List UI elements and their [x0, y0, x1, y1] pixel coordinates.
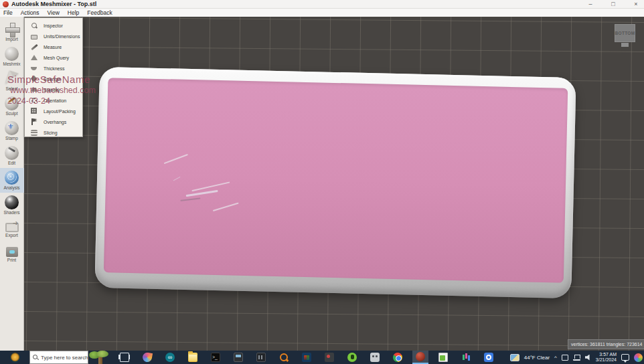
- view-cube-label: BOTTOM: [615, 31, 635, 35]
- taskbar-file-explorer[interactable]: [185, 351, 201, 364]
- surface-defect: [213, 203, 239, 211]
- taskbar-camera-lock[interactable]: [344, 351, 360, 364]
- view-cube[interactable]: BOTTOM: [615, 24, 635, 42]
- tool-label: Stamp: [5, 136, 18, 141]
- viewport-canvas[interactable]: BOTTOM vertices: 361811 triangles: 72361…: [24, 17, 644, 351]
- menu-item-layout-packing[interactable]: Layout/Packing: [25, 106, 82, 116]
- layout-packing-icon: [31, 108, 37, 114]
- tray-window-icon[interactable]: [562, 355, 568, 361]
- tool-analysis[interactable]: Analysis: [0, 168, 24, 193]
- clock[interactable]: 3:57 AM 3/21/2024: [596, 352, 617, 363]
- orientation-icon: [31, 98, 37, 103]
- surface-defect: [173, 177, 181, 181]
- taskbar-audio-app[interactable]: [458, 351, 474, 364]
- surface-defect: [180, 197, 200, 201]
- strength-icon: [31, 76, 37, 82]
- taskbar-notepad[interactable]: [435, 351, 451, 364]
- notifications-icon[interactable]: [621, 354, 629, 361]
- tool-shaders[interactable]: Shaders: [0, 193, 24, 217]
- tool-sculpt[interactable]: Sculpt: [0, 94, 24, 118]
- menu-item-mesh-query[interactable]: Mesh Query: [25, 52, 82, 63]
- menu-item-overhangs[interactable]: Overhangs: [25, 116, 82, 127]
- taskbar-keyboard-app[interactable]: [253, 351, 269, 364]
- taskbar: ∞ >_ 44°F Clear ^ 3:57 AM 3/21/2024: [0, 351, 644, 364]
- taskbar-terminal[interactable]: >_: [208, 351, 224, 364]
- search-input[interactable]: [41, 355, 88, 361]
- menu-feedback[interactable]: Feedback: [87, 9, 112, 16]
- start-button[interactable]: [0, 351, 29, 364]
- weather-text[interactable]: 44°F Clear: [524, 355, 550, 361]
- task-view-icon: [120, 353, 129, 362]
- overhangs-icon: [31, 118, 37, 125]
- console-app-icon: [234, 353, 243, 362]
- menu-item-stability[interactable]: Stability: [25, 84, 82, 95]
- audio-levels-icon: [461, 353, 471, 362]
- menu-item-strength[interactable]: Strength: [25, 74, 82, 84]
- close-button[interactable]: ×: [632, 0, 640, 9]
- camera-lock-icon: [347, 353, 357, 362]
- tool-export[interactable]: Export: [0, 217, 24, 242]
- paint3d-icon: [142, 352, 153, 363]
- minimize-button[interactable]: –: [586, 0, 594, 9]
- taskbar-task-view[interactable]: [116, 351, 133, 364]
- taskbar-gimp[interactable]: [321, 351, 337, 364]
- view-cube-home[interactable]: [621, 43, 629, 47]
- analysis-dropdown: Inspector Units/Dimensions Measure Mesh …: [24, 17, 83, 137]
- menu-help[interactable]: Help: [68, 9, 79, 16]
- tool-print[interactable]: Print: [0, 242, 24, 267]
- taskbar-search[interactable]: [29, 351, 88, 364]
- taskbar-search-app[interactable]: [276, 351, 292, 364]
- notepad-icon: [438, 353, 448, 362]
- file-explorer-icon: [188, 353, 197, 362]
- menu-item-units-dimensions[interactable]: Units/Dimensions: [25, 31, 82, 41]
- tool-label: Meshmix: [3, 62, 20, 66]
- select-cursor-icon: [5, 70, 19, 86]
- inspector-icon: [31, 22, 37, 29]
- tree-graphic: [88, 351, 111, 364]
- menu-item-inspector[interactable]: Inspector: [25, 20, 82, 31]
- weather-icon[interactable]: [510, 354, 519, 361]
- robot-icon: [370, 353, 380, 362]
- taskbar-chrome[interactable]: [390, 351, 406, 364]
- taskbar-loop-app[interactable]: [481, 351, 497, 364]
- meshmix-sphere-icon: [5, 47, 19, 61]
- model-plate[interactable]: [94, 67, 576, 298]
- stamp-sphere-icon: ⚜: [5, 121, 19, 135]
- microsoft-store-icon: [302, 353, 311, 362]
- shaders-sphere-icon: [5, 195, 19, 209]
- keyboard-app-icon: [256, 353, 266, 362]
- tool-stamp[interactable]: ⚜ Stamp: [0, 118, 24, 143]
- tool-import[interactable]: Import: [0, 19, 24, 44]
- menu-item-slicing[interactable]: Slicing: [25, 127, 82, 138]
- volume-icon[interactable]: [585, 355, 591, 361]
- menu-item-orientation[interactable]: Orientation: [25, 95, 82, 106]
- menu-file[interactable]: File: [3, 9, 13, 16]
- maximize-button[interactable]: □: [609, 0, 617, 9]
- taskbar-meshmixer-active[interactable]: [412, 351, 428, 364]
- blue-loop-icon: [484, 353, 493, 362]
- menu-item-measure[interactable]: Measure: [25, 41, 82, 52]
- tool-label: Print: [7, 258, 16, 262]
- tool-label: Import: [5, 37, 17, 41]
- taskbar-robot-app[interactable]: [367, 351, 383, 364]
- start-icon: [10, 353, 20, 363]
- tray-chevron-up-icon[interactable]: ^: [554, 355, 557, 361]
- tool-label: Select: [5, 86, 17, 91]
- taskbar-microsoft-store[interactable]: [299, 351, 315, 364]
- menu-bar: File Actions View Help Feedback: [0, 9, 644, 17]
- tool-meshmix[interactable]: Meshmix: [0, 44, 24, 69]
- edit-sphere-icon: [5, 146, 19, 160]
- menu-actions[interactable]: Actions: [21, 9, 39, 16]
- taskbar-arduino[interactable]: ∞: [162, 351, 178, 364]
- taskbar-paint3d[interactable]: [139, 351, 155, 364]
- tool-edit[interactable]: Edit: [0, 143, 24, 168]
- model-plate-face: [104, 78, 568, 283]
- menu-item-thickness[interactable]: Thickness: [25, 63, 82, 74]
- taskbar-console-app[interactable]: [230, 351, 246, 364]
- tool-select[interactable]: Select: [0, 69, 24, 94]
- network-icon[interactable]: [573, 355, 580, 361]
- people-icon[interactable]: [634, 353, 643, 362]
- menu-view[interactable]: View: [48, 9, 60, 16]
- tool-label: Edit: [8, 161, 15, 165]
- gimp-icon: [325, 353, 334, 362]
